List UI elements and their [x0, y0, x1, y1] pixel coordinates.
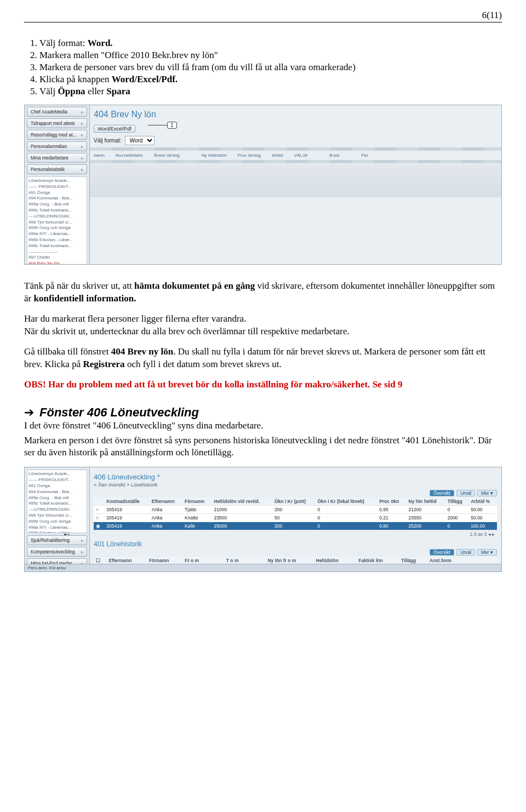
sidebar-list-item[interactable]: 498 Tjm förbundet U... — [28, 513, 85, 519]
step-5: Välj Öppna eller Spara — [39, 86, 502, 97]
sidebar-list-item[interactable]: 495a Oorg. - Bsk mfl — [28, 202, 85, 208]
column-header[interactable]: Heltidslön vid revtid. — [212, 498, 272, 506]
sidebar-list-item[interactable]: 494 Kommunal - Bsk... — [28, 196, 85, 202]
sidebar-list-item[interactable]: 491 Övriga — [28, 190, 85, 196]
step-2: Markera mallen "Office 2010 Bekr.brev ny… — [39, 50, 502, 61]
sidebar-list[interactable]: Löneöversyn Acade...------ FRISKOLEAVT..… — [27, 176, 87, 265]
word-excel-pdf-button[interactable]: Word/Excel/Pdf — [94, 125, 135, 133]
instruction-steps: Välj format: Word. Markera mallen "Offic… — [39, 38, 502, 97]
radio-icon[interactable]: ◉ — [94, 522, 104, 530]
sidebar-button[interactable]: Tidrapport med attest▸ — [27, 118, 87, 128]
sidebar-button[interactable]: Personalanmälan▸ — [27, 141, 87, 151]
sidebar-list-item[interactable]: 4990 Oorg och övriga — [28, 519, 85, 525]
arrow-icon: ➔ — [24, 407, 34, 419]
sidebar-list-item[interactable]: -------------------- — [28, 249, 85, 255]
sidebar-button[interactable]: Resor/utlägg med at...▸ — [27, 130, 87, 140]
tab[interactable]: Urval — [456, 549, 475, 556]
callout-1: 1 — [167, 122, 177, 129]
section2-p1: I det övre fönstret "406 Löneutveckling"… — [24, 420, 502, 432]
column-header[interactable]: Tillägg — [445, 498, 468, 506]
radio-icon[interactable]: ○ — [94, 506, 104, 514]
tab[interactable]: Översikt — [430, 549, 454, 556]
table-medarbetare: KostnadsställeEfternamnFörnamnHeltidslön… — [94, 498, 497, 530]
warning-obs: OBS! Har du problem med att få ut brevet… — [24, 379, 502, 391]
table-headers: namnNuv.heltidslönÅrene ökningNy heltids… — [94, 152, 497, 159]
screenshot-404-brev: Chef AcadeMedia▸Tidrapport med attest▸Re… — [24, 105, 502, 265]
para-ga: Gå tillbaka till fönstret 404 Brev ny lö… — [24, 346, 502, 371]
sidebar-list[interactable]: Löneöversyn Acade...------ FRISKOLEAVT..… — [27, 470, 87, 533]
callout-line — [148, 125, 167, 125]
blur-strip — [89, 147, 501, 151]
section2-p2: Markera en person i det övre fönstret så… — [24, 434, 502, 460]
sidebar-list-item[interactable]: 497 Chefer — [28, 255, 85, 261]
tab[interactable]: Mer ▾ — [477, 490, 497, 496]
column-header[interactable]: Efternamn — [150, 498, 182, 506]
column-header[interactable] — [94, 498, 104, 506]
step-1: Välj format: Word. — [39, 38, 502, 49]
window-title: 406 Löneutveckling * — [94, 473, 497, 481]
blur-area — [89, 164, 501, 197]
window-title: 404 Brev Ny lön — [94, 110, 497, 119]
sidebar-list-item[interactable]: 496a NTI - Lärarnas... — [28, 525, 85, 531]
step-4: Klicka på knappen Word/Excel/Pdf. — [39, 74, 502, 85]
header-rule — [24, 22, 502, 22]
sidebar-button[interactable]: Sjuk/Rehabilitering▸ — [27, 535, 87, 545]
sidebar-list-item[interactable]: 4990 Oorg och övriga — [28, 225, 85, 231]
sidebar-list-item[interactable]: 498b Eductus - Lärar... — [28, 530, 85, 533]
sidebar-list-item[interactable]: 495a Oorg. - Bsk mfl — [28, 495, 85, 501]
table-row[interactable]: ○205419AnkaKnatte235005000.2123550200050… — [94, 514, 497, 522]
sidebar-list-item[interactable]: Löneöversyn Acade... — [28, 471, 85, 477]
column-header[interactable]: Arbtid % — [468, 498, 497, 506]
column-header[interactable]: Kostnadsställe — [104, 498, 150, 506]
sidebar-list-item[interactable]: 498 Tjm förbundet U... — [28, 220, 85, 226]
status-bar: Pers.anm. Kst.ansv. — [25, 564, 501, 571]
breadcrumb[interactable]: < Åter översikt > Lönehistorik — [94, 482, 497, 488]
format-select[interactable]: Word — [125, 136, 155, 145]
para-har: Har du markerat flera personer ligger fi… — [24, 313, 502, 338]
sidebar-list-item[interactable]: 491 Övriga — [28, 483, 85, 489]
sidebar-button[interactable]: Kompetensutveckling▸ — [27, 547, 87, 557]
sidebar-list-item[interactable]: ------ FRISKOLEAVT... — [28, 184, 85, 190]
table-row[interactable]: ◉205419AnkaKalle2500020000.80252000100.0… — [94, 522, 497, 530]
step-3: Markera de personer vars brev du vill få… — [39, 62, 502, 73]
sidebar: Chef AcadeMedia▸Tidrapport med attest▸Re… — [25, 105, 90, 264]
sidebar-list-item[interactable]: 404 Brev Ny lön — [28, 261, 85, 265]
tab[interactable]: Översikt — [430, 490, 454, 496]
column-header[interactable]: Ny lön heltid — [407, 498, 445, 506]
sidebar-list-item[interactable]: 494 Kommunal - Bsk... — [28, 489, 85, 495]
tab-strip: ÖversiktUrvalMer ▾ — [94, 490, 497, 496]
sidebar-list-item[interactable]: 495c Totalt kostnads... — [28, 501, 85, 507]
sidebar-button[interactable]: Chef AcadeMedia▸ — [27, 107, 87, 117]
tab[interactable]: Mer ▾ — [477, 549, 497, 556]
sidebar-button[interactable]: Mina medarbetare▸ — [27, 153, 87, 163]
subwindow-title: 401 Lönehistorik — [94, 540, 497, 548]
sidebar-list-item[interactable]: 498c Totalt kostnads... — [28, 243, 85, 249]
column-header[interactable]: Förnamn — [182, 498, 211, 506]
sidebar-list-item[interactable]: 495c Totalt kostnads... — [28, 208, 85, 214]
section-heading-row: ➔ Fönster 406 Löneutveckling — [24, 405, 502, 420]
column-header[interactable]: Ökn i Kr (pott) — [272, 498, 316, 506]
sidebar-list-item[interactable]: ------ FRISKOLEAVT... — [28, 477, 85, 483]
sidebar-list-item[interactable]: Löneöversyn Acade... — [28, 178, 85, 184]
pager-top[interactable]: 1-3 av 3 ◂ ▸ — [94, 530, 497, 538]
tab[interactable]: Urval — [456, 490, 475, 496]
tab-strip-2: ÖversiktUrvalMer ▾ — [94, 549, 497, 556]
table-row[interactable]: ○205419AnkaTjatte2100020000.9521200050.0… — [94, 506, 497, 514]
screenshot-406-loneutveckling: Löneöversyn Acade...------ FRISKOLEAVT..… — [24, 467, 502, 572]
sidebar-list-item[interactable]: 496a NTI - Lärarnas... — [28, 231, 85, 237]
para-tank: Tänk på när du skriver ut, att hämta dok… — [24, 280, 502, 305]
sidebar: Löneöversyn Acade...------ FRISKOLEAVT..… — [25, 467, 90, 571]
pointer-arrow-icon: ← — [62, 529, 72, 540]
sidebar-list-item[interactable]: 498b Eductus - Lärar... — [28, 237, 85, 243]
blur-strip — [89, 160, 501, 163]
column-header[interactable]: Proc ökn — [377, 498, 406, 506]
sidebar-list-item[interactable]: ----UTBILDNINGSAV... — [28, 214, 85, 220]
format-label: Välj format: — [94, 138, 122, 144]
section-heading: Fönster 406 Löneutveckling — [39, 405, 199, 420]
page-number: 6(11) — [24, 10, 502, 21]
sidebar-button[interactable]: Personalstatistik▸ — [27, 164, 87, 174]
radio-icon[interactable]: ○ — [94, 514, 104, 522]
sidebar-list-item[interactable]: ----UTBILDNINGSAV... — [28, 507, 85, 513]
column-header[interactable]: Ökn i Kr (lokal löneb) — [315, 498, 377, 506]
